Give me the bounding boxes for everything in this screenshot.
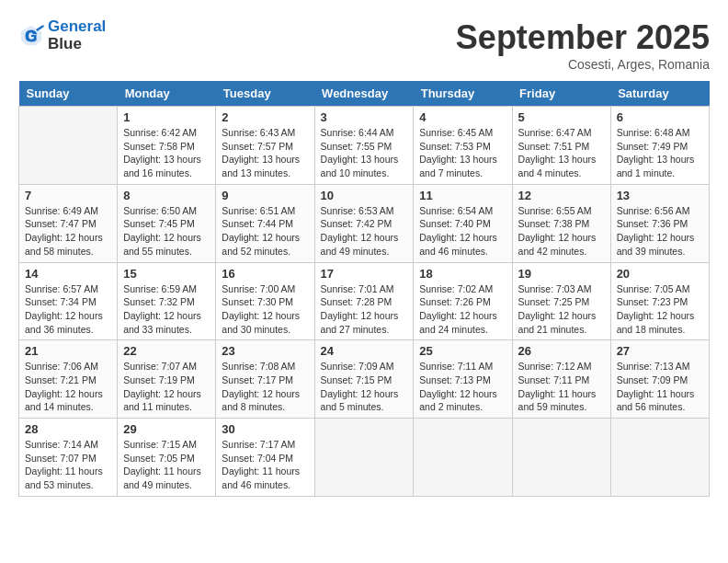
calendar-cell: 16Sunrise: 7:00 AMSunset: 7:30 PMDayligh… — [216, 262, 314, 340]
day-number: 23 — [222, 344, 308, 358]
week-row-4: 21Sunrise: 7:06 AMSunset: 7:21 PMDayligh… — [19, 340, 710, 419]
calendar-cell: 24Sunrise: 7:09 AMSunset: 7:15 PMDayligh… — [314, 340, 414, 419]
day-number: 18 — [419, 267, 506, 281]
calendar-cell: 7Sunrise: 6:49 AMSunset: 7:47 PMDaylight… — [19, 184, 118, 262]
day-info: Sunrise: 6:45 AMSunset: 7:53 PMDaylight:… — [419, 126, 506, 180]
day-info: Sunrise: 6:55 AMSunset: 7:38 PMDaylight:… — [518, 204, 605, 259]
day-info: Sunrise: 7:07 AMSunset: 7:19 PMDaylight:… — [123, 360, 210, 414]
calendar-title: September 2025 — [456, 18, 710, 57]
day-info: Sunrise: 6:57 AMSunset: 7:34 PMDaylight:… — [25, 282, 111, 337]
calendar-cell: 25Sunrise: 7:11 AMSunset: 7:13 PMDayligh… — [414, 340, 512, 419]
calendar-cell: 11Sunrise: 6:54 AMSunset: 7:40 PMDayligh… — [414, 184, 512, 262]
calendar-cell: 29Sunrise: 7:15 AMSunset: 7:05 PMDayligh… — [118, 419, 216, 497]
day-info: Sunrise: 7:17 AMSunset: 7:04 PMDaylight:… — [222, 438, 308, 492]
day-number: 21 — [25, 344, 111, 358]
day-info: Sunrise: 7:13 AMSunset: 7:09 PMDaylight:… — [617, 360, 703, 414]
logo-text: General Blue — [48, 18, 106, 52]
calendar-cell: 13Sunrise: 6:56 AMSunset: 7:36 PMDayligh… — [610, 184, 709, 262]
calendar-cell: 21Sunrise: 7:06 AMSunset: 7:21 PMDayligh… — [19, 340, 118, 419]
day-info: Sunrise: 7:00 AMSunset: 7:30 PMDaylight:… — [222, 282, 308, 337]
calendar-cell — [414, 419, 512, 497]
calendar-subtitle: Cosesti, Arges, Romania — [456, 57, 710, 72]
day-number: 15 — [123, 267, 210, 281]
page-header: General Blue September 2025 Cosesti, Arg… — [18, 18, 710, 72]
calendar-cell: 12Sunrise: 6:55 AMSunset: 7:38 PMDayligh… — [512, 184, 610, 262]
day-info: Sunrise: 6:49 AMSunset: 7:47 PMDaylight:… — [25, 204, 111, 259]
title-block: September 2025 Cosesti, Arges, Romania — [456, 18, 710, 72]
day-number: 7 — [25, 189, 111, 202]
day-number: 17 — [321, 267, 408, 281]
calendar-cell: 3Sunrise: 6:44 AMSunset: 7:55 PMDaylight… — [314, 107, 414, 185]
calendar-cell: 8Sunrise: 6:50 AMSunset: 7:45 PMDaylight… — [118, 184, 216, 262]
header-row: SundayMondayTuesdayWednesdayThursdayFrid… — [19, 81, 710, 107]
calendar-cell: 22Sunrise: 7:07 AMSunset: 7:19 PMDayligh… — [118, 340, 216, 419]
day-number: 13 — [617, 189, 703, 202]
day-info: Sunrise: 7:11 AMSunset: 7:13 PMDaylight:… — [419, 360, 506, 414]
logo: General Blue — [18, 18, 106, 52]
day-info: Sunrise: 7:15 AMSunset: 7:05 PMDaylight:… — [123, 438, 210, 492]
logo-icon — [18, 23, 44, 49]
day-info: Sunrise: 7:05 AMSunset: 7:23 PMDaylight:… — [617, 282, 703, 337]
day-number: 9 — [222, 189, 308, 202]
day-info: Sunrise: 6:44 AMSunset: 7:55 PMDaylight:… — [321, 126, 408, 180]
week-row-1: 1Sunrise: 6:42 AMSunset: 7:58 PMDaylight… — [19, 107, 710, 185]
day-info: Sunrise: 6:50 AMSunset: 7:45 PMDaylight:… — [123, 204, 210, 259]
day-number: 8 — [123, 189, 210, 202]
calendar-cell: 18Sunrise: 7:02 AMSunset: 7:26 PMDayligh… — [414, 262, 512, 340]
day-info: Sunrise: 7:14 AMSunset: 7:07 PMDaylight:… — [25, 438, 111, 492]
day-info: Sunrise: 6:51 AMSunset: 7:44 PMDaylight:… — [222, 204, 308, 259]
calendar-cell: 15Sunrise: 6:59 AMSunset: 7:32 PMDayligh… — [118, 262, 216, 340]
day-number: 12 — [518, 189, 605, 202]
calendar-cell: 17Sunrise: 7:01 AMSunset: 7:28 PMDayligh… — [314, 262, 414, 340]
day-number: 11 — [419, 189, 506, 202]
day-number: 1 — [123, 110, 210, 124]
calendar-cell — [19, 107, 118, 185]
header-saturday: Saturday — [610, 81, 709, 107]
day-number: 26 — [518, 344, 605, 358]
header-monday: Monday — [118, 81, 216, 107]
day-number: 29 — [123, 422, 210, 436]
calendar-cell: 9Sunrise: 6:51 AMSunset: 7:44 PMDaylight… — [216, 184, 314, 262]
day-info: Sunrise: 7:08 AMSunset: 7:17 PMDaylight:… — [222, 360, 308, 414]
calendar-cell — [314, 419, 414, 497]
week-row-5: 28Sunrise: 7:14 AMSunset: 7:07 PMDayligh… — [19, 419, 710, 497]
day-number: 20 — [617, 267, 703, 281]
day-info: Sunrise: 6:42 AMSunset: 7:58 PMDaylight:… — [123, 126, 210, 180]
calendar-cell: 6Sunrise: 6:48 AMSunset: 7:49 PMDaylight… — [610, 107, 709, 185]
calendar-cell: 1Sunrise: 6:42 AMSunset: 7:58 PMDaylight… — [118, 107, 216, 185]
day-number: 19 — [518, 267, 605, 281]
day-info: Sunrise: 7:06 AMSunset: 7:21 PMDaylight:… — [25, 360, 111, 414]
header-sunday: Sunday — [19, 81, 118, 107]
day-number: 24 — [321, 344, 408, 358]
calendar-cell: 5Sunrise: 6:47 AMSunset: 7:51 PMDaylight… — [512, 107, 610, 185]
calendar-cell: 26Sunrise: 7:12 AMSunset: 7:11 PMDayligh… — [512, 340, 610, 419]
day-number: 2 — [222, 110, 308, 124]
header-wednesday: Wednesday — [314, 81, 414, 107]
calendar-cell: 30Sunrise: 7:17 AMSunset: 7:04 PMDayligh… — [216, 419, 314, 497]
day-info: Sunrise: 7:01 AMSunset: 7:28 PMDaylight:… — [321, 282, 408, 337]
day-number: 30 — [222, 422, 308, 436]
header-tuesday: Tuesday — [216, 81, 314, 107]
day-number: 4 — [419, 110, 506, 124]
calendar-table: SundayMondayTuesdayWednesdayThursdayFrid… — [18, 81, 710, 497]
week-row-2: 7Sunrise: 6:49 AMSunset: 7:47 PMDaylight… — [19, 184, 710, 262]
day-info: Sunrise: 7:12 AMSunset: 7:11 PMDaylight:… — [518, 360, 605, 414]
day-number: 25 — [419, 344, 506, 358]
header-friday: Friday — [512, 81, 610, 107]
calendar-cell — [610, 419, 709, 497]
day-number: 3 — [321, 110, 408, 124]
calendar-cell: 28Sunrise: 7:14 AMSunset: 7:07 PMDayligh… — [19, 419, 118, 497]
day-info: Sunrise: 7:03 AMSunset: 7:25 PMDaylight:… — [518, 282, 605, 337]
day-info: Sunrise: 6:54 AMSunset: 7:40 PMDaylight:… — [419, 204, 506, 259]
calendar-cell: 2Sunrise: 6:43 AMSunset: 7:57 PMDaylight… — [216, 107, 314, 185]
day-info: Sunrise: 7:09 AMSunset: 7:15 PMDaylight:… — [321, 360, 408, 414]
day-number: 16 — [222, 267, 308, 281]
day-info: Sunrise: 6:43 AMSunset: 7:57 PMDaylight:… — [222, 126, 308, 180]
calendar-cell: 23Sunrise: 7:08 AMSunset: 7:17 PMDayligh… — [216, 340, 314, 419]
week-row-3: 14Sunrise: 6:57 AMSunset: 7:34 PMDayligh… — [19, 262, 710, 340]
day-number: 5 — [518, 110, 605, 124]
calendar-cell: 19Sunrise: 7:03 AMSunset: 7:25 PMDayligh… — [512, 262, 610, 340]
calendar-cell: 20Sunrise: 7:05 AMSunset: 7:23 PMDayligh… — [610, 262, 709, 340]
calendar-cell: 10Sunrise: 6:53 AMSunset: 7:42 PMDayligh… — [314, 184, 414, 262]
day-info: Sunrise: 6:47 AMSunset: 7:51 PMDaylight:… — [518, 126, 605, 180]
